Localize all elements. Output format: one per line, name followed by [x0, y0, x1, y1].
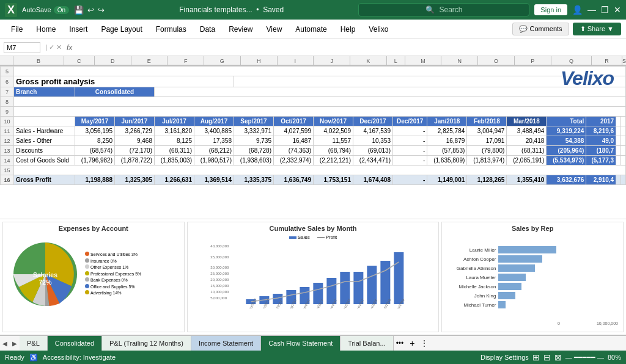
col-2017: 2017 — [586, 117, 616, 126]
zoom-level: 80% — [608, 354, 621, 361]
legend-sales: Sales — [289, 235, 310, 240]
column-headers: B C D E F G H I J K L M N O P Q R S — [0, 56, 626, 66]
menu-insert[interactable]: Insert — [63, 23, 94, 36]
cell: 3,332,971 — [234, 126, 274, 136]
tab-pl-trailing[interactable]: P&L (Trailing 12 Months) — [102, 336, 191, 351]
cumulative-legend: Sales Profit — [190, 235, 436, 240]
row-num: 5 — [1, 67, 14, 76]
menu-automate[interactable]: Automate — [289, 23, 333, 36]
cell-2017: 2,910,4 — [586, 175, 616, 185]
row-num: 9 — [1, 107, 14, 117]
tab-consolidated[interactable]: Consolidated — [48, 336, 102, 351]
person-icon[interactable]: 👤 — [572, 5, 583, 15]
zoom-slider[interactable]: — ━━━━━ — — [565, 354, 604, 362]
menu-help[interactable]: Help — [334, 23, 362, 36]
share-button[interactable]: ⬆ Share ▼ — [573, 23, 621, 35]
menu-velixo[interactable]: Velixo — [363, 23, 394, 36]
col-header-q: Q — [551, 56, 592, 65]
cell: - — [393, 146, 427, 156]
grid-view-icon[interactable]: ⊞ — [532, 352, 540, 362]
col-header-o: O — [478, 56, 515, 65]
cell: 17,091 — [467, 136, 507, 146]
tab-trial-balance[interactable]: Trial Balan... — [341, 336, 393, 351]
page-view-icon[interactable]: ⊟ — [543, 352, 551, 362]
save-icon[interactable]: 💾 — [74, 5, 84, 15]
menu-formulas[interactable]: Formulas — [150, 23, 193, 36]
cell: (1,796,982) — [75, 156, 115, 166]
sales-other-label: Sales - Other — [14, 136, 75, 146]
menu-page-layout[interactable]: Page Layout — [95, 23, 148, 36]
cell: 1,674,408 — [353, 175, 393, 185]
comments-button[interactable]: 💬 Comments — [512, 23, 569, 35]
row-num: 6 — [1, 76, 14, 87]
cell-total: (205,964) — [547, 146, 586, 156]
cell: (79,800) — [467, 146, 507, 156]
col-header-f: F — [168, 56, 204, 65]
formula-divider: | ✓ ✕ — [43, 43, 64, 51]
tab-menu-button[interactable]: ⋮ — [418, 339, 430, 348]
formula-bar: | ✓ ✕ fx — [0, 39, 626, 56]
minimize-button[interactable]: — — [587, 5, 596, 15]
main-content: B C D E F G H I J K L M N O P Q R S Veli… — [0, 56, 626, 335]
cell-2017: (5,177,3 — [586, 156, 616, 166]
cell-reference[interactable] — [4, 42, 40, 53]
tab-prev[interactable]: ◀ — [0, 340, 10, 347]
tab-more-dots[interactable]: ••• — [394, 339, 407, 348]
cell — [616, 126, 621, 136]
layout-view-icon[interactable]: ⊠ — [554, 352, 562, 362]
cell: - — [393, 175, 427, 185]
cumulative-sales-chart: Cumulative Sales by Month Sales Profit 4… — [187, 222, 440, 332]
cell: 16,879 — [427, 136, 467, 146]
cell: (68,728) — [234, 146, 274, 156]
autosave-label: AutoSave — [22, 6, 51, 13]
restore-button[interactable]: ❐ — [601, 5, 609, 15]
table-row-discounts: 13 Discounts (68,574) (72,170) (68,311) … — [1, 146, 626, 156]
table-row-branch: 7 Branch Consolidated — [1, 87, 626, 97]
undo-icon[interactable]: ↩ — [87, 5, 94, 15]
svg-text:5,000,000: 5,000,000 — [210, 296, 227, 300]
menu-file[interactable]: File — [5, 23, 29, 36]
redo-icon[interactable]: ↪ — [98, 5, 105, 15]
cell: 10,353 — [353, 136, 393, 146]
display-settings[interactable]: Display Settings — [481, 354, 529, 361]
cell: (68,794) — [314, 146, 353, 156]
row-num: 14 — [1, 156, 14, 166]
cell: - — [393, 156, 427, 166]
rep-row-laura: Laura Mueller — [447, 274, 618, 281]
pie-label-salaries: Salaries — [33, 272, 57, 278]
tab-pl[interactable]: P&L — [20, 336, 48, 351]
search-box[interactable]: 🔍 Search — [358, 3, 529, 16]
cell: 1,325,305 — [115, 175, 155, 185]
tab-next[interactable]: ▶ — [10, 340, 20, 347]
legend-office: Office and Supplies 5% — [85, 284, 182, 291]
cell: 3,400,885 — [194, 126, 234, 136]
formula-input[interactable] — [75, 43, 622, 53]
menu-review[interactable]: Review — [223, 23, 259, 36]
accessibility-label: Accessibility: Investigate — [43, 354, 116, 361]
cell — [620, 126, 625, 136]
tab-income-statement[interactable]: Income Statement — [191, 336, 261, 351]
rep-bar — [498, 283, 521, 290]
cell-2017: (180,7 — [586, 146, 616, 156]
col-header-g: G — [204, 56, 241, 65]
col-dec: Dec/2017 — [353, 117, 393, 126]
autosave-toggle[interactable]: On — [54, 6, 69, 14]
table-row-headers: 10 May/2017 Jun/2017 Jul/2017 Aug/2017 S… — [1, 117, 626, 126]
sign-in-button[interactable]: Sign in — [534, 4, 567, 15]
cogs-label: Cost of Goods Sold — [14, 156, 75, 166]
tab-add-button[interactable]: + — [406, 338, 418, 348]
col-jun: Jun/2017 — [115, 117, 155, 126]
rep-name: Laura Mueller — [447, 275, 496, 280]
row-header-spacer — [0, 56, 13, 65]
menu-home[interactable]: Home — [30, 23, 62, 36]
tab-cash-flow[interactable]: Cash Flow Statement — [261, 336, 341, 351]
rep-bar — [498, 292, 515, 299]
close-button[interactable]: ✕ — [614, 5, 621, 15]
cell: 1,128,265 — [467, 175, 507, 185]
menu-data[interactable]: Data — [194, 23, 221, 36]
cell: 1,266,631 — [155, 175, 194, 185]
legend-insurance: Insurance 0% — [85, 258, 182, 265]
col-jul: Jul/2017 — [155, 117, 194, 126]
table-row-sales-hardware: 11 Sales - Hardware 3,056,195 3,266,729 … — [1, 126, 626, 136]
menu-view[interactable]: View — [260, 23, 289, 36]
